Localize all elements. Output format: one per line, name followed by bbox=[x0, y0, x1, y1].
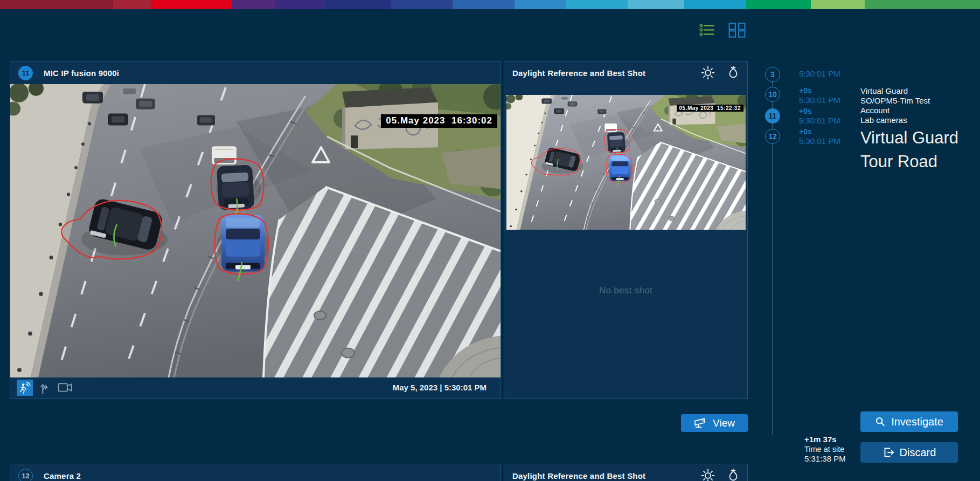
timeline-entry-time: 5:30:01 PM bbox=[799, 69, 840, 78]
account-name: SO/OPM5-Tim Test Account bbox=[860, 96, 953, 115]
stripe-segment bbox=[0, 0, 113, 9]
entry-offset: +0s bbox=[799, 86, 840, 95]
daylight-panel-title: Daylight Reference and Best Shot bbox=[512, 68, 645, 78]
timeline-badge-3[interactable]: 3 bbox=[765, 67, 780, 82]
timeline-entry-time: +0s 5:30:01 PM bbox=[799, 127, 840, 146]
alarm-card-11: 11 MIC IP fusion 9000i 05.May 2023 16:30… bbox=[10, 61, 748, 399]
daylight-panel-title: Daylight Reference and Best Shot bbox=[512, 471, 645, 480]
alarm-list: 11 MIC IP fusion 9000i 05.May 2023 16:30… bbox=[10, 61, 748, 481]
motion-alarm-toggle[interactable] bbox=[17, 380, 33, 396]
daylight-panel-11: Daylight Reference and Best Shot bbox=[504, 61, 748, 399]
stripe-segment bbox=[326, 0, 391, 9]
daylight-sun-icon bbox=[701, 66, 715, 80]
camera-name: MIC IP fusion 9000i bbox=[44, 68, 119, 78]
camera-panel-header: 11 MIC IP fusion 9000i bbox=[10, 61, 501, 84]
entry-time: 5:30:01 PM bbox=[799, 95, 840, 105]
daylight-sun-icon bbox=[701, 469, 715, 481]
timeline-entry-time: +0s 5:30:01 PM bbox=[799, 86, 840, 105]
alarm-type-icons bbox=[17, 380, 73, 396]
reference-timestamp-overlay: 05.May 2023 15:22:32 bbox=[677, 105, 743, 112]
timeline-entry-time: +0s 5:30:01 PM bbox=[799, 107, 840, 125]
reference-frame-image bbox=[506, 95, 746, 230]
daylight-panel-header: Daylight Reference and Best Shot bbox=[504, 464, 747, 481]
timeline-badge-12[interactable]: 12 bbox=[765, 129, 780, 144]
stripe-segment bbox=[566, 0, 628, 9]
stripe-segment bbox=[113, 0, 151, 9]
best-shot-area: No best shot bbox=[504, 231, 747, 398]
daylight-reference-image[interactable]: 05.May 2023 15:22:32 bbox=[506, 95, 746, 230]
stripe-segment bbox=[151, 0, 232, 9]
time-at-site-block: +1m 37s Time at site 5:31:38 PM bbox=[804, 435, 846, 464]
list-view-icon bbox=[699, 24, 715, 36]
stripe-segment bbox=[628, 0, 684, 9]
camera-video[interactable]: 05.May 2023 16:30:02 bbox=[10, 84, 501, 377]
discard-exit-icon bbox=[882, 446, 894, 458]
daylight-panel-12: Daylight Reference and Best Shot bbox=[504, 464, 748, 481]
grid-view-button[interactable] bbox=[728, 23, 746, 38]
camera-panel-12: 12 Camera 2 bbox=[10, 464, 501, 481]
investigate-label: Investigate bbox=[891, 416, 943, 428]
stripe-segment bbox=[391, 0, 453, 9]
stripe-segment bbox=[684, 0, 746, 9]
stripe-segment bbox=[515, 0, 566, 9]
view-button-label: View bbox=[713, 417, 735, 429]
site-time-offset: +1m 37s bbox=[804, 435, 846, 444]
investigate-button[interactable]: Investigate bbox=[860, 411, 958, 432]
route-branch-icon[interactable] bbox=[39, 381, 52, 395]
event-title: Virtual Guard Tour Road bbox=[860, 126, 980, 174]
camera-badge: 11 bbox=[18, 66, 33, 80]
entry-time: 5:30:01 PM bbox=[799, 116, 840, 125]
camera-frame-image bbox=[10, 84, 501, 377]
stripe-segment bbox=[453, 0, 515, 9]
discard-label: Discard bbox=[900, 446, 936, 459]
stripe-segment bbox=[232, 0, 275, 9]
event-type: Virtual Guard bbox=[860, 86, 953, 96]
timeline-badge-11-selected[interactable]: 11 bbox=[765, 108, 780, 123]
entry-time: 5:30:01 PM bbox=[799, 136, 840, 146]
entry-offset: +0s bbox=[799, 127, 840, 136]
entry-time: 5:30:01 PM bbox=[799, 69, 840, 78]
alarm-review-page: 11 MIC IP fusion 9000i 05.May 2023 16:30… bbox=[0, 0, 980, 481]
view-button[interactable]: View bbox=[681, 414, 748, 432]
camera-panel-header: 12 Camera 2 bbox=[10, 464, 501, 481]
alarm-datetime: May 5, 2023 | 5:30:01 PM bbox=[393, 383, 486, 392]
stripe-segment bbox=[275, 0, 326, 9]
magnifier-icon bbox=[875, 416, 886, 427]
illumination-bulb-icon bbox=[727, 469, 740, 481]
camera-group: Lab cameras bbox=[860, 115, 953, 125]
illumination-bulb-icon bbox=[727, 66, 740, 80]
alarm-timeline-sidebar: 3 10 11 12 5:30:01 PM +0s 5:30:01 PM +0s… bbox=[754, 0, 980, 481]
alarm-card-12: 12 Camera 2 Daylight Reference and Best … bbox=[10, 464, 748, 481]
camera-panel-footer: May 5, 2023 | 5:30:01 PM bbox=[10, 377, 501, 397]
no-best-shot-text: No best shot bbox=[599, 285, 652, 296]
discard-button[interactable]: Discard bbox=[860, 442, 958, 463]
site-time-label: Time at site bbox=[804, 444, 846, 454]
list-view-button[interactable] bbox=[699, 24, 715, 36]
motion-detection-icon bbox=[18, 381, 32, 395]
daylight-panel-header: Daylight Reference and Best Shot bbox=[504, 61, 747, 84]
cctv-camera-icon bbox=[694, 417, 707, 429]
camera-name: Camera 2 bbox=[44, 471, 81, 480]
site-time-value: 5:31:38 PM bbox=[804, 454, 846, 464]
timeline-badge-10[interactable]: 10 bbox=[765, 87, 780, 102]
video-camera-icon[interactable] bbox=[58, 382, 73, 393]
video-timestamp-overlay: 05.May 2023 16:30:02 bbox=[381, 114, 497, 128]
camera-panel-11: 11 MIC IP fusion 9000i 05.May 2023 16:30… bbox=[10, 61, 501, 399]
view-button-row: View bbox=[10, 414, 748, 432]
grid-view-icon bbox=[728, 23, 746, 38]
event-source-info: Virtual Guard SO/OPM5-Tim Test Account L… bbox=[860, 86, 953, 125]
entry-offset: +0s bbox=[799, 107, 840, 116]
camera-badge: 12 bbox=[18, 469, 33, 481]
